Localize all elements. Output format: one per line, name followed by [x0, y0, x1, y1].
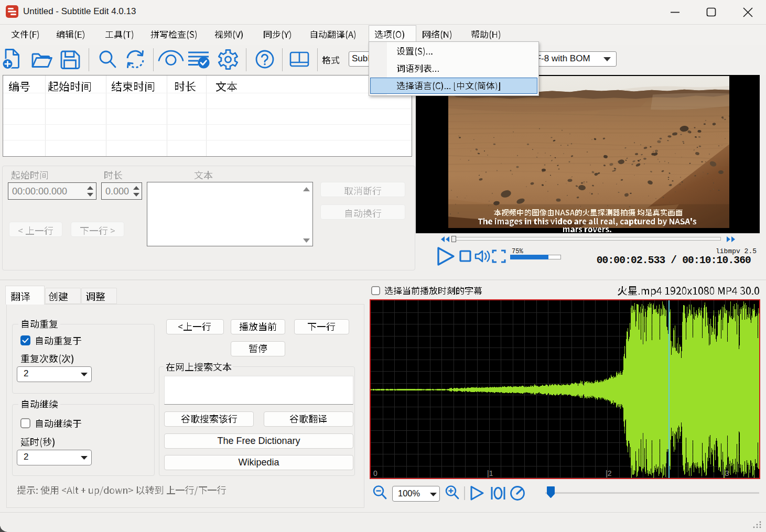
svg-text:|1: |1: [487, 469, 493, 477]
svg-text:0: 0: [373, 469, 377, 477]
svg-text:|2: |2: [606, 469, 612, 477]
svg-text:|3: |3: [723, 469, 729, 477]
